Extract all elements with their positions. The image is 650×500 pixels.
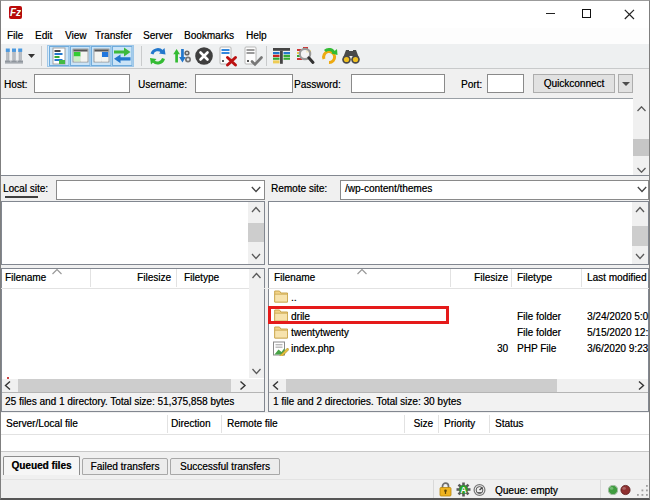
- svg-text:A: A: [460, 485, 466, 495]
